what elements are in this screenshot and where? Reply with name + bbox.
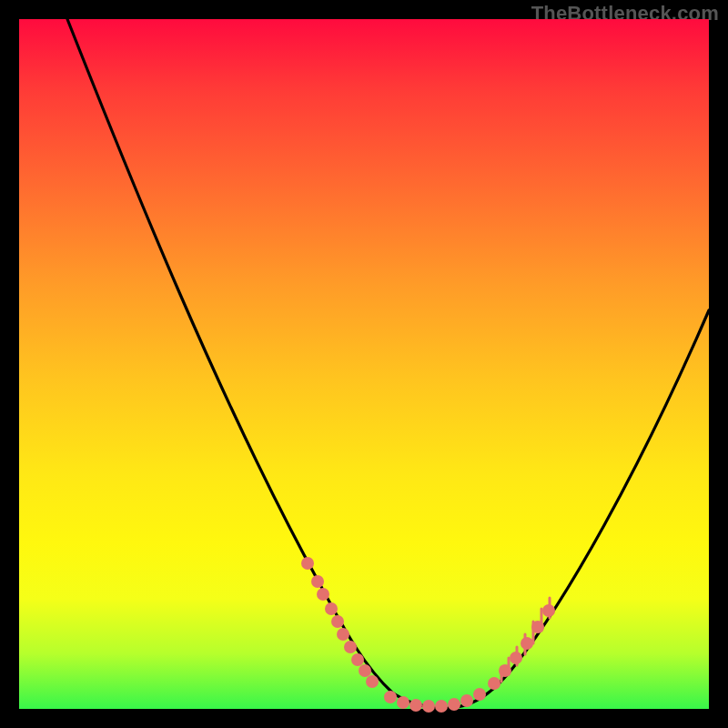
svg-point-17: [384, 691, 397, 703]
svg-point-28: [521, 637, 533, 650]
bottleneck-curve-svg: [19, 19, 709, 709]
svg-point-20: [422, 700, 435, 713]
svg-point-9: [317, 588, 329, 601]
svg-point-16: [366, 675, 379, 688]
svg-point-10: [325, 602, 338, 615]
plot-area: [19, 19, 709, 709]
svg-point-11: [331, 615, 344, 628]
svg-point-22: [448, 698, 460, 711]
left-dot-cluster: [301, 557, 379, 688]
svg-point-19: [410, 699, 422, 712]
right-dot-cluster: [488, 604, 555, 690]
svg-point-15: [359, 664, 371, 677]
chart-frame: TheBottleneck.com: [0, 0, 728, 728]
svg-point-26: [499, 664, 511, 677]
svg-point-7: [301, 557, 314, 570]
svg-point-8: [311, 575, 324, 588]
bottleneck-curve: [67, 19, 709, 708]
svg-point-12: [337, 628, 349, 641]
svg-point-29: [531, 621, 544, 633]
svg-point-14: [351, 653, 364, 666]
svg-point-13: [344, 641, 357, 653]
svg-point-24: [473, 688, 486, 701]
svg-point-25: [488, 677, 500, 690]
svg-point-21: [435, 700, 448, 713]
svg-point-18: [397, 696, 410, 709]
svg-point-30: [542, 604, 555, 617]
svg-point-23: [460, 694, 473, 707]
svg-point-27: [510, 652, 522, 664]
